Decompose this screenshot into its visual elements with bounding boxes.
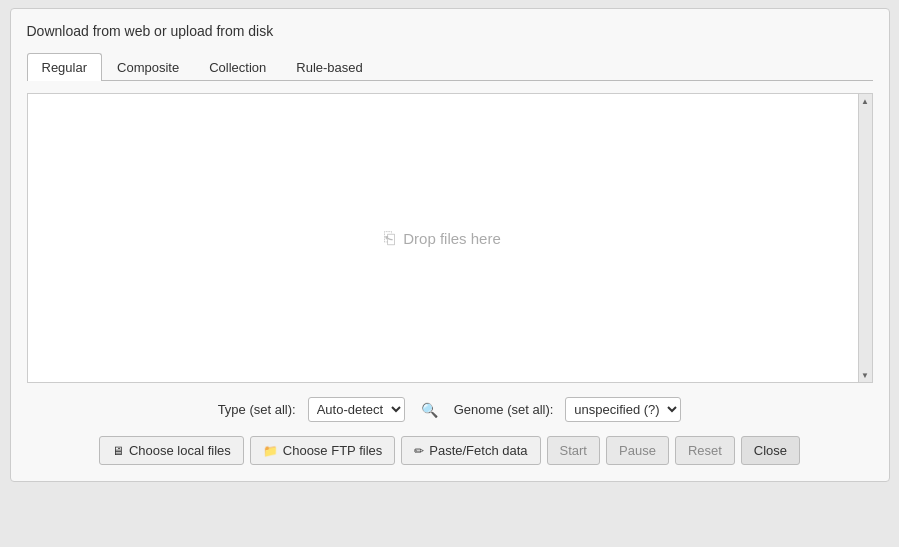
scroll-up-arrow[interactable]: ▲ [858, 94, 872, 108]
start-label: Start [560, 443, 587, 458]
pause-label: Pause [619, 443, 656, 458]
paste-icon: ✏ [414, 444, 424, 458]
genome-select[interactable]: unspecified (?) [565, 397, 681, 422]
type-select[interactable]: Auto-detect [308, 397, 405, 422]
type-select-wrapper: Auto-detect [308, 397, 405, 422]
type-label: Type (set all): [218, 402, 296, 417]
pause-button[interactable]: Pause [606, 436, 669, 465]
tab-collection[interactable]: Collection [194, 53, 281, 81]
main-container: Download from web or upload from disk Re… [10, 8, 890, 482]
close-button[interactable]: Close [741, 436, 800, 465]
tab-composite[interactable]: Composite [102, 53, 194, 81]
drop-text: ⎗ Drop files here [384, 228, 501, 249]
controls-row: Type (set all): Auto-detect 🔍 Genome (se… [27, 397, 873, 422]
action-buttons: 🖥 Choose local files 📁 Choose FTP files … [27, 436, 873, 465]
scrollbar[interactable]: ▲ ▼ [858, 94, 872, 382]
choose-ftp-label: Choose FTP files [283, 443, 382, 458]
paste-fetch-label: Paste/Fetch data [429, 443, 527, 458]
local-files-icon: 🖥 [112, 444, 124, 458]
drop-zone[interactable]: ⎗ Drop files here ▲ ▼ [27, 93, 873, 383]
ftp-icon: 📁 [263, 444, 278, 458]
tab-rule-based[interactable]: Rule-based [281, 53, 378, 81]
genome-select-wrapper: unspecified (?) [565, 397, 681, 422]
choose-local-files-button[interactable]: 🖥 Choose local files [99, 436, 244, 465]
page-title: Download from web or upload from disk [27, 23, 873, 39]
genome-label: Genome (set all): [454, 402, 554, 417]
tab-regular[interactable]: Regular [27, 53, 103, 81]
close-label: Close [754, 443, 787, 458]
reset-button[interactable]: Reset [675, 436, 735, 465]
search-button[interactable]: 🔍 [417, 400, 442, 420]
scroll-down-arrow[interactable]: ▼ [858, 368, 872, 382]
start-button[interactable]: Start [547, 436, 600, 465]
drop-icon: ⎗ [384, 228, 395, 249]
reset-label: Reset [688, 443, 722, 458]
tabs-bar: Regular Composite Collection Rule-based [27, 53, 873, 81]
choose-ftp-files-button[interactable]: 📁 Choose FTP files [250, 436, 395, 465]
choose-local-label: Choose local files [129, 443, 231, 458]
paste-fetch-button[interactable]: ✏ Paste/Fetch data [401, 436, 540, 465]
drop-label: Drop files here [403, 230, 501, 247]
